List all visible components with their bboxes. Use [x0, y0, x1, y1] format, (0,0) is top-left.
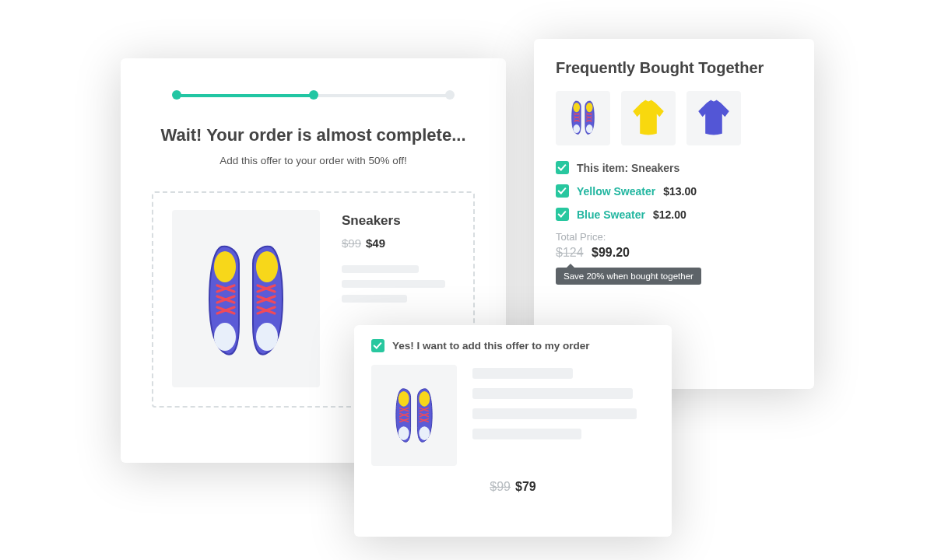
text-placeholder — [472, 408, 637, 419]
text-placeholder — [472, 429, 581, 439]
fbt-item-row: This item: Sneakers — [556, 161, 792, 174]
fbt-thumb-sneakers[interactable] — [556, 91, 610, 145]
sneakers-icon — [389, 381, 439, 450]
fbt-total-new: $99.20 — [592, 246, 630, 259]
confirm-product-image — [371, 365, 457, 466]
fbt-item-row: Blue Sweater $12.00 — [556, 208, 792, 221]
checkbox-checked[interactable] — [556, 161, 569, 174]
confirm-new-price: $79 — [515, 480, 536, 493]
fbt-item-price: $13.00 — [663, 185, 697, 198]
text-placeholder — [472, 368, 573, 379]
fbt-total-old: $124 — [556, 246, 584, 259]
upsell-product-name: Sneakers — [342, 213, 455, 229]
sweater-icon — [693, 98, 735, 138]
upsell-subtitle: Add this offer to your order with 50% of… — [152, 155, 475, 166]
upsell-title: Wait! Your order is almost complete... — [152, 125, 475, 145]
sneakers-icon — [195, 231, 297, 366]
checkbox-checked[interactable] — [556, 208, 569, 221]
fbt-title: Frequently Bought Together — [556, 59, 792, 77]
sweater-icon — [627, 98, 669, 138]
checkbox-checked[interactable] — [371, 339, 384, 352]
sneakers-icon — [567, 96, 599, 140]
text-placeholder — [342, 280, 445, 288]
text-placeholder — [342, 265, 419, 273]
upsell-product-image — [172, 210, 320, 387]
confirm-offer-text: Yes! I want to add this offer to my orde… — [392, 340, 590, 352]
fbt-total-label: Total Price: — [556, 231, 792, 243]
confirm-panel: Yes! I want to add this offer to my orde… — [354, 325, 672, 537]
progress-step-3 — [445, 90, 455, 100]
confirm-price: $99$79 — [371, 480, 655, 494]
fbt-item-link[interactable]: Blue Sweater — [577, 208, 645, 221]
fbt-save-badge: Save 20% when bought together — [556, 268, 701, 285]
text-placeholder — [472, 388, 633, 399]
confirm-offer-row[interactable]: Yes! I want to add this offer to my orde… — [371, 339, 655, 352]
upsell-new-price: $49 — [366, 236, 385, 250]
fbt-item-label: This item: Sneakers — [577, 162, 679, 174]
fbt-item-row: Yellow Sweater $13.00 — [556, 184, 792, 198]
fbt-thumb-blue-sweater[interactable] — [686, 91, 741, 145]
progress-step-2 — [309, 90, 318, 100]
checkbox-checked[interactable] — [556, 184, 569, 198]
progress-step-1 — [172, 90, 181, 100]
fbt-item-price: $12.00 — [653, 208, 686, 221]
upsell-product-price: $99$49 — [342, 236, 455, 250]
text-placeholder — [342, 295, 407, 303]
fbt-total-price: $124 $99.20 — [556, 246, 792, 260]
checkout-progress — [174, 91, 453, 99]
upsell-old-price: $99 — [342, 236, 361, 250]
confirm-old-price: $99 — [490, 480, 511, 493]
fbt-item-link[interactable]: Yellow Sweater — [577, 185, 655, 198]
fbt-thumb-yellow-sweater[interactable] — [621, 91, 676, 145]
